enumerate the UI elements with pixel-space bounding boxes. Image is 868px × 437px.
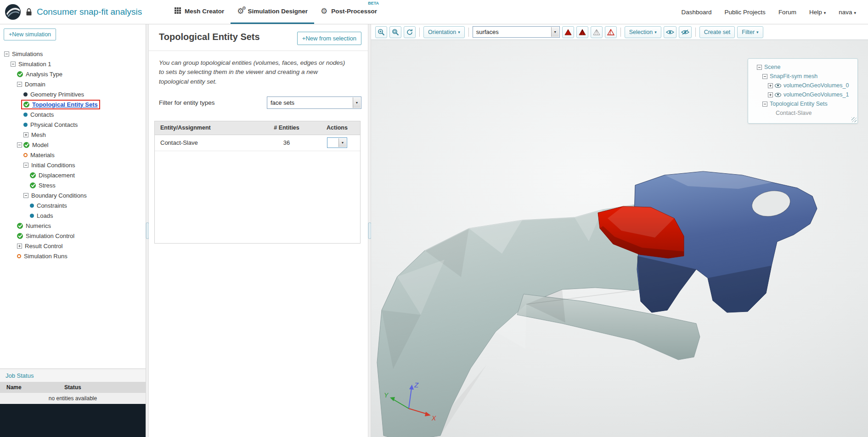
tree-item[interactable]: Model xyxy=(0,140,146,150)
user-menu[interactable]: nava xyxy=(839,9,856,16)
render-wireframe-button[interactable] xyxy=(591,26,603,38)
render-red-edges-button[interactable] xyxy=(605,26,617,38)
viewer-toolbar: Orientation surfaces Selection xyxy=(371,24,868,40)
tree-item-label: Topological Entity Sets xyxy=(32,101,98,108)
tree-item[interactable]: Numerics xyxy=(0,221,146,231)
axis-triad[interactable]: Z Y X xyxy=(381,380,441,426)
minus-icon[interactable] xyxy=(17,142,22,148)
chevron-down-icon xyxy=(551,27,559,37)
hide-entities-button[interactable] xyxy=(679,26,692,38)
zoom-in-button[interactable] xyxy=(375,26,387,38)
tree-item-label: Loads xyxy=(37,212,53,219)
job-status-list-area xyxy=(0,404,146,437)
scene-tree-item[interactable]: volumeOnGeoVolumes_1 xyxy=(751,90,855,99)
splitter-grip[interactable] xyxy=(368,222,371,239)
tree-item[interactable]: Initial Conditions xyxy=(0,160,146,170)
help-menu[interactable]: Help xyxy=(809,9,826,16)
dot-blue-icon xyxy=(23,113,28,117)
dashboard-link[interactable]: Dashboard xyxy=(682,9,712,16)
render-mode-select[interactable]: surfaces xyxy=(473,26,560,38)
tab-simulation-designer[interactable]: Simulation Designer xyxy=(231,0,314,24)
minus-icon[interactable] xyxy=(4,51,9,57)
entity-row[interactable]: Contact-Slave 36 xyxy=(155,135,360,151)
show-entities-button[interactable] xyxy=(664,26,676,38)
create-set-button[interactable]: Create set xyxy=(699,26,735,38)
reset-view-button[interactable] xyxy=(404,26,416,38)
tree-item[interactable]: Mesh xyxy=(0,130,146,140)
plus-icon[interactable] xyxy=(768,92,773,97)
tree-item[interactable]: Simulation Control xyxy=(0,231,146,241)
zoom-window-button[interactable] xyxy=(389,26,401,38)
minus-icon[interactable] xyxy=(23,163,28,168)
minus-icon[interactable] xyxy=(17,82,22,87)
splitter-grip[interactable] xyxy=(146,222,149,239)
orientation-dropdown[interactable]: Orientation xyxy=(423,26,465,38)
new-from-selection-button[interactable]: +New from selection xyxy=(297,32,361,45)
minus-icon[interactable] xyxy=(23,193,28,198)
tree-item[interactable]: Analysis Type xyxy=(0,69,146,79)
lock-icon xyxy=(26,8,32,16)
tree-item[interactable]: Displacement xyxy=(0,170,146,180)
circle-orange-icon xyxy=(17,254,21,258)
entity-actions-select[interactable] xyxy=(327,137,347,148)
tree-item[interactable]: Domain xyxy=(0,79,146,89)
tree-item[interactable]: Simulation 1 xyxy=(0,59,146,69)
public-projects-link[interactable]: Public Projects xyxy=(725,9,766,16)
plus-icon[interactable] xyxy=(17,244,22,249)
scene-item-label: volumeOnGeoVolumes_0 xyxy=(783,82,849,89)
check-icon xyxy=(23,102,29,108)
forum-link[interactable]: Forum xyxy=(778,9,796,16)
dot-blue-icon xyxy=(30,204,34,208)
tree-item-label: Result Control xyxy=(25,243,62,250)
tab-post-processor[interactable]: BETA Post-Processor xyxy=(314,0,383,24)
simscale-logo[interactable] xyxy=(5,4,21,20)
circle-orange-icon xyxy=(23,153,28,157)
tab-mesh-creator[interactable]: Mesh Creator xyxy=(168,0,231,24)
plus-icon[interactable] xyxy=(23,132,28,137)
scene-tree-item[interactable]: Contact-Slave xyxy=(751,108,855,118)
tree-item[interactable]: Geometry Primitives xyxy=(0,89,146,99)
scene-tree-overlay: Scene SnapFit-sym mesh volumeOnGeoVolume… xyxy=(748,58,858,124)
filter-dropdown[interactable]: Filter xyxy=(737,26,763,38)
panel-description: You can group topological entities (volu… xyxy=(149,51,368,88)
render-shaded-wire-button[interactable] xyxy=(576,26,588,38)
eye-icon[interactable] xyxy=(775,93,781,97)
tab-label: Simulation Designer xyxy=(248,8,308,15)
viewport-3d: Scene SnapFit-sym mesh volumeOnGeoVolume… xyxy=(371,40,868,437)
tree-item[interactable]: Loads xyxy=(0,210,146,221)
minus-icon[interactable] xyxy=(762,102,767,107)
scene-tree-item[interactable]: Topological Entity Sets xyxy=(751,99,855,108)
minus-icon[interactable] xyxy=(11,62,16,67)
render-solid-button[interactable] xyxy=(562,26,574,38)
tree-item[interactable]: Materials xyxy=(0,150,146,160)
brand: Consumer snap-fit analysis xyxy=(5,0,166,24)
minus-icon[interactable] xyxy=(757,65,762,70)
plus-icon[interactable] xyxy=(768,83,773,88)
minus-icon[interactable] xyxy=(762,74,767,79)
scene-tree-item[interactable]: volumeOnGeoVolumes_0 xyxy=(751,81,855,90)
project-title: Consumer snap-fit analysis xyxy=(37,7,142,17)
scene-tree-item[interactable]: Scene xyxy=(751,62,855,72)
selection-dropdown[interactable]: Selection xyxy=(625,26,661,38)
tree-item[interactable]: Simulation Runs xyxy=(0,251,146,261)
eye-icon[interactable] xyxy=(775,84,781,88)
tree-item[interactable]: Physical Contacts xyxy=(0,119,146,130)
entity-type-filter-select[interactable]: face sets xyxy=(267,96,361,109)
dot-blue-icon xyxy=(23,123,28,127)
tree-item[interactable]: Topological Entity Sets xyxy=(0,99,146,109)
tree-item[interactable]: Constraints xyxy=(0,200,146,210)
check-icon xyxy=(30,182,36,188)
new-simulation-button[interactable]: +New simulation xyxy=(4,28,56,40)
tree-item[interactable]: Boundary Conditions xyxy=(0,190,146,200)
tree-item[interactable]: Stress xyxy=(0,180,146,190)
tree-item-label: Boundary Conditions xyxy=(31,192,87,199)
tree-item[interactable]: Simulations xyxy=(0,49,146,59)
gear-icon xyxy=(321,7,327,15)
tree-item-label: Displacement xyxy=(39,172,75,179)
job-status-empty-text: no entities available xyxy=(0,393,146,404)
scene-tree-item[interactable]: SnapFit-sym mesh xyxy=(751,72,855,81)
job-status-title: Job Status xyxy=(0,369,146,382)
tree-item[interactable]: Result Control xyxy=(0,241,146,251)
tree-item[interactable]: Contacts xyxy=(0,109,146,119)
y-axis-label: Y xyxy=(384,392,389,399)
